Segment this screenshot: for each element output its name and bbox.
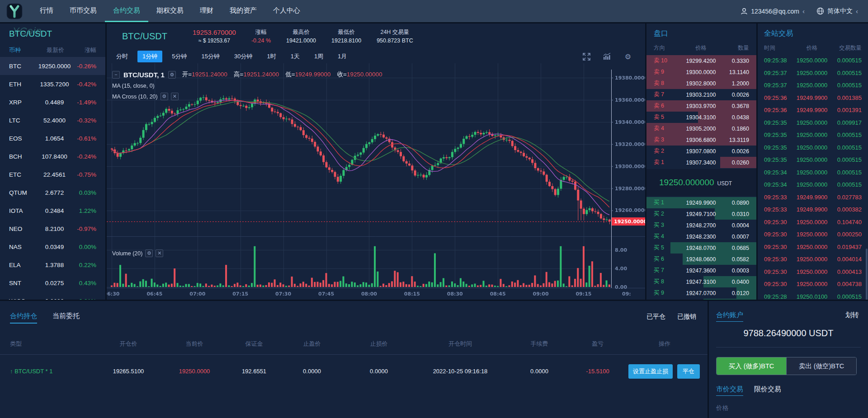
trade-time: 09:25:37: [764, 70, 792, 76]
ask-row[interactable]: 卖 3 19306.6800 13.3119: [646, 134, 756, 146]
order-type-tab[interactable]: 市价交易: [716, 385, 743, 396]
stat-label: 最高价: [286, 28, 316, 36]
fullscreen-icon[interactable]: [582, 52, 591, 61]
trade-price: 19249.9900: [792, 107, 832, 113]
bid-row[interactable]: 买 6 19248.0600 0.0582: [646, 254, 756, 265]
watchlist-row[interactable]: IOTA 0.2484 1.22%: [0, 202, 105, 220]
watchlist-row[interactable]: XRP 0.4489 -1.49%: [0, 93, 105, 111]
indicator-close-icon[interactable]: ✕: [171, 93, 179, 100]
watchlist-row[interactable]: ETC 22.4561 -0.75%: [0, 165, 105, 183]
bid-amount: 0.0890: [723, 200, 749, 206]
legend-collapse-icon[interactable]: −: [112, 71, 120, 79]
interval-button[interactable]: 5分钟: [167, 51, 192, 62]
nav-menu-item[interactable]: 我的资产: [222, 0, 265, 22]
watchlist-row[interactable]: BCH 107.8400 -0.24%: [0, 147, 105, 165]
bid-row[interactable]: 买 2 19249.7100 0.0310: [646, 208, 756, 220]
watchlist-row[interactable]: ELA 1.3788 0.22%: [0, 256, 105, 274]
bid-row[interactable]: 买 4 19248.2300 0.0007: [646, 231, 756, 242]
ask-row[interactable]: 卖 5 19304.3100 0.0438: [646, 112, 756, 123]
bid-amount: 0.0003: [723, 268, 749, 274]
col-symbol[interactable]: 币种: [9, 46, 38, 54]
ask-row[interactable]: 卖 4 19305.2000 0.1860: [646, 123, 756, 134]
history-link[interactable]: 已平仓: [646, 313, 665, 321]
nav-menu-item[interactable]: 理财: [192, 0, 222, 22]
interval-button[interactable]: 1月: [333, 51, 352, 62]
bid-row[interactable]: 买 1 19249.9900 0.0890: [646, 197, 756, 208]
watchlist-row[interactable]: BTC 19250.0000 -0.26%: [0, 57, 105, 75]
interval-button[interactable]: 30分钟: [229, 51, 257, 62]
sell-short-button[interactable]: 卖出 (做空)BTC: [786, 357, 856, 375]
ask-row[interactable]: 卖 2 19307.0800 0.0026: [646, 146, 756, 157]
interval-button[interactable]: 1周: [309, 51, 328, 62]
language-selector[interactable]: 简体中文 ‹: [816, 7, 858, 15]
buy-long-button[interactable]: 买入 (做多)BTC: [717, 357, 786, 375]
bid-price: 19248.2300: [679, 234, 723, 240]
ask-amount: 0.0438: [723, 114, 749, 121]
trade-amount: 0.000515: [832, 57, 862, 64]
ask-row[interactable]: 卖 1 19307.3400 0.0260: [646, 157, 756, 168]
positions-tab[interactable]: 合约持仓: [10, 312, 37, 324]
order-type-tab[interactable]: 限价交易: [754, 385, 781, 396]
bid-row[interactable]: 买 8 19247.3100 0.0400: [646, 276, 756, 287]
watchlist-row[interactable]: SNT 0.0275 0.43%: [0, 274, 105, 292]
bid-row[interactable]: 买 9 19247.0700 0.0120: [646, 287, 756, 299]
coin-change: -1.49%: [71, 99, 96, 106]
user-account-menu[interactable]: 123456@qq.com ‹: [741, 7, 805, 15]
watchlist-row[interactable]: LTC 52.4000 -0.32%: [0, 111, 105, 129]
trade-time: 09:25:30: [764, 244, 792, 250]
nav-menu-item[interactable]: 合约交易: [105, 0, 148, 22]
volume-close-icon[interactable]: ✕: [156, 249, 163, 257]
nav-menu-item[interactable]: 币币交易: [61, 0, 105, 22]
bid-row[interactable]: 买 3 19248.2700 0.0004: [646, 220, 756, 231]
history-link[interactable]: 已撤销: [677, 313, 696, 321]
stat-value: 19421.0000: [286, 38, 316, 44]
ask-amount: 0.3330: [723, 58, 749, 64]
nav-menu-item[interactable]: 个人中心: [265, 0, 308, 22]
watchlist-row[interactable]: NEO 8.2100 -0.97%: [0, 220, 105, 238]
coin-symbol: IOTA: [9, 207, 38, 214]
orderbook-panel: 盘口 方向价格数量 卖 10 19299.4200 0.3330 卖 9 193…: [646, 23, 756, 300]
interval-button[interactable]: 1分钟: [137, 51, 162, 62]
bid-price: 19247.0700: [679, 290, 723, 296]
legend-gear-icon[interactable]: ⚙: [168, 71, 176, 79]
transfer-link[interactable]: 划转: [845, 311, 859, 319]
trade-amount: 0.004738: [832, 281, 862, 287]
ask-amount: 0.0260: [723, 160, 749, 166]
bid-row[interactable]: 买 7 19247.3600 0.0003: [646, 265, 756, 276]
ask-price: 19307.3400: [679, 160, 723, 166]
coin-symbol: NEO: [9, 225, 38, 232]
fee: 0.0000: [517, 368, 562, 375]
indicator-gear-icon[interactable]: ⚙: [160, 93, 168, 100]
watchlist-row[interactable]: ETH 1335.7200 -0.42%: [0, 75, 105, 93]
watchlist-title: BTC/USDT: [9, 29, 52, 39]
interval-button[interactable]: 15分钟: [196, 51, 224, 62]
interval-button[interactable]: 1天: [286, 51, 305, 62]
bid-row[interactable]: 买 5 19248.0700 0.0685: [646, 242, 756, 254]
watchlist-row[interactable]: QTUM 2.6772 0.03%: [0, 183, 105, 202]
nav-menu-item[interactable]: 行情: [32, 0, 61, 22]
interval-button[interactable]: 1时: [262, 51, 281, 62]
account-balance: 9788.26490000 USDT: [709, 328, 868, 338]
chart-style-icon[interactable]: [603, 52, 612, 61]
watchlist-row[interactable]: WICC 0.0620 0.81%: [0, 292, 105, 300]
ask-row[interactable]: 卖 9 19300.0000 13.1140: [646, 66, 756, 78]
brand-logo[interactable]: [0, 0, 29, 22]
set-tpsl-button[interactable]: 设置止盈止损: [628, 364, 673, 379]
scrollbar-thumb[interactable]: [866, 249, 868, 300]
trade-price: 19250.0000: [792, 119, 832, 126]
close-position-button[interactable]: 平仓: [677, 364, 700, 379]
account-title[interactable]: 合约账户: [716, 311, 743, 322]
nav-menu-item[interactable]: 期权交易: [148, 0, 192, 22]
ask-row[interactable]: 卖 10 19299.4200 0.3330: [646, 55, 756, 66]
trade-price: 19250.0000: [792, 219, 832, 225]
ask-row[interactable]: 卖 6 19303.9700 0.3678: [646, 100, 756, 112]
chart-settings-gear-icon[interactable]: ⚙: [623, 52, 632, 61]
ask-row[interactable]: 卖 8 19302.8000 1.2000: [646, 78, 756, 89]
ask-row[interactable]: 卖 7 19303.2100 0.0026: [646, 89, 756, 100]
watchlist-row[interactable]: NAS 0.0349 0.00%: [0, 238, 105, 256]
bid-row[interactable]: 买 10 19247.0400 0.0400: [646, 299, 756, 300]
volume-gear-icon[interactable]: ⚙: [145, 249, 153, 257]
positions-tab[interactable]: 当前委托: [52, 312, 80, 324]
interval-button[interactable]: 分时: [111, 51, 133, 62]
watchlist-row[interactable]: EOS 1.0654 -0.61%: [0, 129, 105, 147]
